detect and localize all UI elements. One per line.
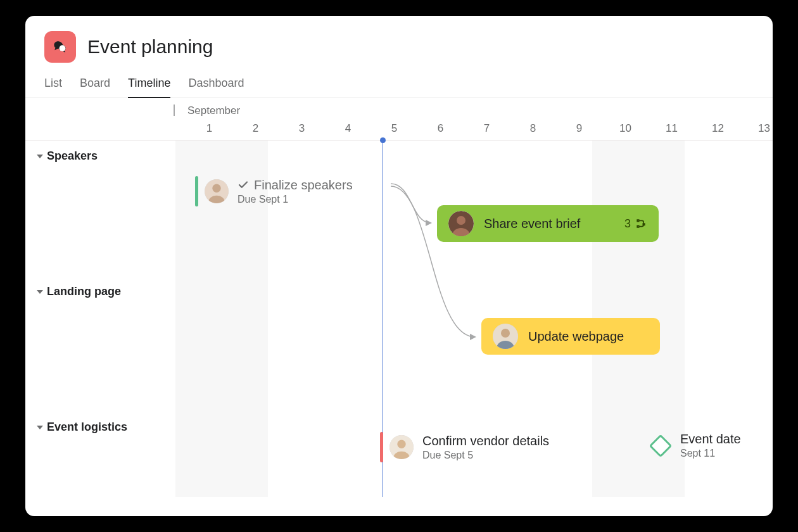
caret-down-icon [37, 426, 43, 429]
task-finalize-speakers[interactable]: Finalize speakers Due Sept 1 [195, 176, 353, 206]
day-9: 9 [556, 122, 602, 135]
project-header: Event planning [25, 16, 773, 72]
subtask-badge: 3 [624, 217, 647, 231]
assignee-avatar [493, 324, 518, 349]
task-title: Finalize speakers [238, 178, 353, 193]
section-event-logistics[interactable]: Event logistics [25, 412, 127, 443]
svg-point-0 [60, 45, 66, 51]
milestone-date: Sept 11 [680, 448, 741, 459]
section-landing-page[interactable]: Landing page [25, 276, 121, 307]
subtask-icon [635, 217, 647, 230]
tab-dashboard[interactable]: Dashboard [188, 72, 244, 98]
section-speakers-label: Speakers [47, 149, 98, 163]
day-1: 1 [186, 122, 232, 135]
check-icon [238, 179, 249, 191]
day-header: 1 2 3 4 5 6 7 8 9 10 11 12 13 [25, 122, 773, 140]
day-7: 7 [464, 122, 510, 135]
task-title: Share event brief [484, 217, 580, 231]
day-10: 10 [602, 122, 649, 135]
day-13: 13 [741, 122, 773, 135]
assignee-avatar [390, 435, 414, 459]
section-event-logistics-label: Event logistics [47, 421, 127, 434]
svg-point-2 [212, 184, 220, 193]
section-landing-page-label: Landing page [47, 285, 121, 298]
task-handle [380, 432, 383, 462]
assignee-avatar [448, 211, 474, 236]
day-5: 5 [371, 122, 417, 135]
assignee-avatar [205, 179, 229, 203]
caret-down-icon [37, 290, 43, 294]
task-confirm-vendor[interactable]: Confirm vendor details Due Sept 5 [380, 432, 549, 462]
tab-timeline[interactable]: Timeline [128, 72, 170, 98]
app-window: Event planning List Board Timeline Dashb… [25, 16, 773, 516]
day-6: 6 [417, 122, 464, 135]
section-speakers[interactable]: Speakers [25, 141, 98, 172]
tab-list[interactable]: List [44, 72, 62, 98]
task-title: Confirm vendor details [422, 434, 549, 448]
month-label: September [187, 104, 240, 117]
task-update-webpage[interactable]: Update webpage [481, 318, 660, 355]
svg-point-8 [397, 440, 405, 448]
project-icon [44, 31, 76, 63]
task-handle [195, 176, 198, 206]
day-2: 2 [232, 122, 279, 135]
timeline-area[interactable]: Speakers Finalize speakers Due Sept 1 [25, 140, 773, 497]
task-share-event-brief[interactable]: Share event brief 3 [437, 205, 659, 242]
task-title: Update webpage [528, 329, 624, 344]
milestone-event-date[interactable]: Event date Sept 11 [652, 432, 741, 459]
view-tabs: List Board Timeline Dashboard [25, 72, 773, 98]
day-4: 4 [325, 122, 371, 135]
task-due: Due Sept 1 [238, 194, 353, 205]
svg-point-6 [501, 329, 510, 338]
caret-down-icon [37, 155, 43, 158]
day-8: 8 [510, 122, 556, 135]
tab-board[interactable]: Board [80, 72, 110, 98]
milestone-diamond-icon [649, 434, 673, 457]
svg-point-4 [457, 216, 466, 225]
day-3: 3 [279, 122, 325, 135]
day-11: 11 [649, 122, 695, 135]
milestone-title: Event date [680, 432, 741, 446]
timeline-body: September 1 2 3 4 5 6 7 8 9 10 11 12 13 … [25, 98, 773, 497]
project-title: Event planning [87, 36, 213, 58]
day-12: 12 [695, 122, 741, 135]
task-due: Due Sept 5 [422, 450, 549, 461]
